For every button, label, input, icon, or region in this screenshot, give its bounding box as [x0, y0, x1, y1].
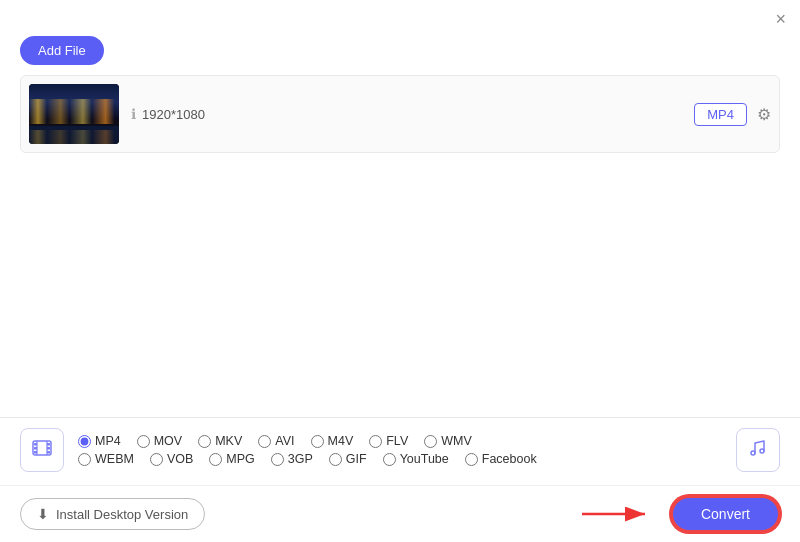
svg-rect-6 [47, 443, 50, 446]
svg-rect-8 [47, 451, 50, 454]
toolbar: Add File [0, 32, 800, 75]
music-icon [748, 438, 768, 463]
install-label: Install Desktop Version [56, 507, 188, 522]
film-icon-area[interactable] [20, 428, 64, 472]
svg-rect-4 [34, 447, 37, 450]
format-option-youtube[interactable]: YouTube [383, 452, 449, 466]
main-content [0, 153, 800, 393]
install-desktop-button[interactable]: ⬇ Install Desktop Version [20, 498, 205, 530]
file-info: ℹ 1920*1080 [131, 106, 682, 122]
settings-icon-button[interactable]: ⚙ [757, 105, 771, 124]
video-thumbnail [29, 84, 119, 144]
format-options: MP4 MOV MKV AVI M4V FLV WMV W [78, 434, 726, 466]
download-icon: ⬇ [37, 506, 49, 522]
file-list: ℹ 1920*1080 MP4 ⚙ [20, 75, 780, 153]
arrow-indicator [577, 499, 657, 529]
format-bar: MP4 MOV MKV AVI M4V FLV WMV W [0, 417, 800, 482]
format-option-mov[interactable]: MOV [137, 434, 182, 448]
format-row-1: MP4 MOV MKV AVI M4V FLV WMV [78, 434, 726, 448]
svg-rect-3 [34, 443, 37, 446]
svg-rect-5 [34, 451, 37, 454]
add-file-button[interactable]: Add File [20, 36, 104, 65]
format-option-wmv[interactable]: WMV [424, 434, 472, 448]
format-option-mkv[interactable]: MKV [198, 434, 242, 448]
format-option-mpg[interactable]: MPG [209, 452, 254, 466]
format-option-facebook[interactable]: Facebook [465, 452, 537, 466]
format-option-webm[interactable]: WEBM [78, 452, 134, 466]
format-option-3gp[interactable]: 3GP [271, 452, 313, 466]
action-bar: ⬇ Install Desktop Version Convert [0, 485, 800, 542]
arrow-svg [577, 499, 657, 529]
music-icon-area[interactable] [736, 428, 780, 472]
format-option-mp4[interactable]: MP4 [78, 434, 121, 448]
film-icon [31, 437, 53, 464]
right-actions: Convert [577, 496, 780, 532]
format-row-2: WEBM VOB MPG 3GP GIF YouTube Facebook [78, 452, 726, 466]
svg-point-10 [760, 449, 764, 453]
file-actions: MP4 ⚙ [694, 103, 771, 126]
format-option-vob[interactable]: VOB [150, 452, 193, 466]
file-resolution: 1920*1080 [142, 107, 205, 122]
convert-button[interactable]: Convert [671, 496, 780, 532]
format-option-avi[interactable]: AVI [258, 434, 294, 448]
svg-point-9 [751, 451, 755, 455]
format-badge[interactable]: MP4 [694, 103, 747, 126]
info-icon: ℹ [131, 106, 136, 122]
svg-rect-7 [47, 447, 50, 450]
title-bar: × [0, 0, 800, 32]
format-option-gif[interactable]: GIF [329, 452, 367, 466]
close-button[interactable]: × [775, 10, 786, 28]
format-option-m4v[interactable]: M4V [311, 434, 354, 448]
format-option-flv[interactable]: FLV [369, 434, 408, 448]
